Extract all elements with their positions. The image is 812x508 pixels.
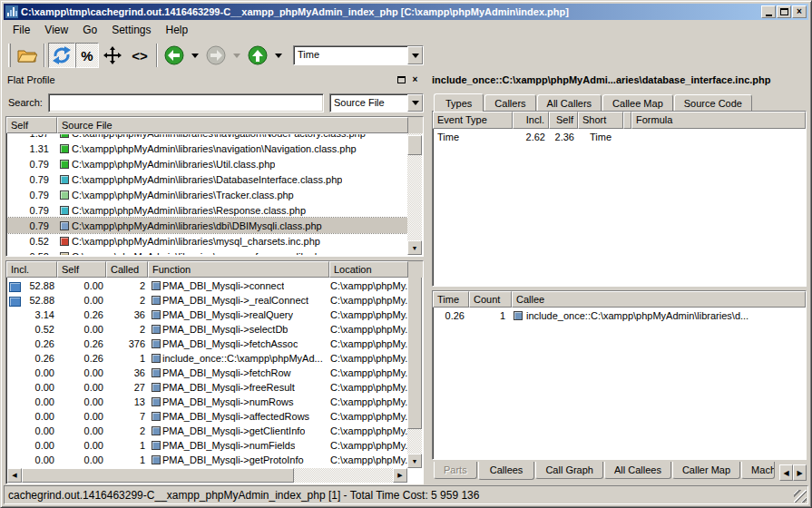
called-count-cell: 13: [107, 396, 149, 407]
scrollbar-thumb[interactable]: [407, 277, 422, 429]
event-type-row[interactable]: Time 2.62 2.36 Time: [433, 129, 806, 144]
source-file-row[interactable]: 0.79C:\xampp\phpMyAdmin\libraries\Util.c…: [7, 156, 407, 171]
source-file-row[interactable]: 0.79C:\xampp\phpMyAdmin\libraries\Respon…: [7, 202, 407, 218]
menu-view[interactable]: View: [37, 22, 75, 38]
combo-dropdown-icon[interactable]: [407, 94, 423, 112]
column-header-count[interactable]: Count: [469, 291, 512, 308]
up-dropdown-icon[interactable]: [275, 54, 282, 58]
source-file-row[interactable]: 1.37C:\xampp\phpMyAdmin\libraries\naviga…: [7, 134, 407, 141]
function-row[interactable]: 0.000.001PMA_DBI_Mysqli->getProtoInfoC:\…: [7, 453, 407, 467]
forward-button[interactable]: [202, 43, 230, 68]
dock-titlebar[interactable]: Flat Profile ×: [4, 71, 426, 88]
dock-close-button[interactable]: ×: [408, 73, 422, 85]
back-button[interactable]: [161, 43, 188, 68]
source-file-row[interactable]: 0.79C:\xampp\phpMyAdmin\libraries\Databa…: [7, 171, 407, 187]
tab-caller-map[interactable]: Caller Map: [672, 462, 740, 479]
column-header-time[interactable]: Time: [433, 291, 469, 308]
tab-all-callees[interactable]: All Callees: [604, 462, 671, 479]
scroll-down-button[interactable]: ▼: [407, 240, 422, 255]
tab-source-code[interactable]: Source Code: [674, 94, 752, 111]
resize-grip[interactable]: [794, 490, 807, 503]
up-button[interactable]: [244, 43, 271, 68]
function-name: PMA_DBI_Mysqli->affectedRows: [162, 411, 309, 422]
function-row[interactable]: 0.000.0027PMA_DBI_Mysqli->freeResultC:\x…: [7, 380, 407, 395]
callee-row[interactable]: 0.26 1 include_once::C:\xampp\phpMyAdmin…: [433, 308, 806, 323]
menu-go[interactable]: Go: [75, 22, 104, 38]
source-file-row[interactable]: 0.79C:\xampp\phpMyAdmin\libraries\dbi\DB…: [7, 218, 407, 233]
function-row[interactable]: 52.880.002PMA_DBI_Mysqli->connectC:\xamp…: [7, 278, 407, 293]
function-row[interactable]: 0.000.0036PMA_DBI_Mysqli->fetchRowC:\xam…: [7, 366, 407, 380]
scroll-down-button[interactable]: ▼: [407, 454, 422, 468]
function-row[interactable]: 3.140.2636PMA_DBI_Mysqli->realQueryC:\xa…: [7, 308, 407, 322]
minimize-button[interactable]: [761, 5, 776, 18]
scroll-right-button[interactable]: ▶: [393, 468, 407, 483]
function-row[interactable]: 0.260.26376PMA_DBI_Mysqli->fetchAssocC:\…: [7, 337, 407, 351]
tab-callee-map[interactable]: Callee Map: [602, 94, 673, 111]
column-header-callee[interactable]: Callee: [512, 291, 806, 308]
column-header-self[interactable]: Self: [6, 117, 57, 133]
function-row[interactable]: 0.000.002PMA_DBI_Mysqli->getClientInfoC:…: [7, 424, 407, 438]
tab-machine[interactable]: Machine: [741, 462, 775, 479]
tab-callees[interactable]: Callees: [478, 462, 535, 480]
column-header-self[interactable]: Self: [549, 112, 578, 129]
source-file-row[interactable]: 1.31C:\xampp\phpMyAdmin\libraries\naviga…: [7, 141, 407, 156]
tab-all-callers[interactable]: All Callers: [537, 94, 602, 111]
column-header-formula[interactable]: Formula: [631, 112, 806, 129]
scrollbar-track[interactable]: [407, 277, 422, 454]
relative-percent-button[interactable]: %: [75, 43, 99, 68]
toolbar-handle[interactable]: [8, 44, 11, 67]
scrollbar-track[interactable]: [407, 132, 422, 240]
function-row[interactable]: 0.520.002PMA_DBI_Mysqli->selectDbC:\xamp…: [7, 322, 407, 337]
vertical-scrollbar[interactable]: ▲ ▼: [407, 262, 422, 468]
function-row[interactable]: 0.000.001PMA_DBI_Mysqli->numFieldsC:\xam…: [7, 438, 407, 453]
column-header-short[interactable]: Short: [578, 112, 623, 129]
tab-types[interactable]: Types: [434, 93, 484, 112]
dock-float-button[interactable]: [395, 73, 408, 85]
back-dropdown-icon[interactable]: [191, 54, 199, 58]
function-row[interactable]: 52.880.002PMA_DBI_Mysqli->_realConnectC:…: [7, 293, 407, 308]
tab-call-graph[interactable]: Call Graph: [535, 462, 603, 479]
tab-scroll-right-button[interactable]: ▶: [793, 464, 807, 481]
function-row[interactable]: 0.000.0013PMA_DBI_Mysqli->numRowsC:\xamp…: [7, 395, 407, 409]
window-titlebar[interactable]: C:\xampp\tmp\cachegrind.out.1416463299-C…: [4, 4, 808, 20]
column-header-called[interactable]: Called: [106, 261, 148, 278]
event-type-selector[interactable]: Time: [293, 45, 424, 65]
tab-scroll-left-button[interactable]: ◀: [779, 464, 793, 481]
vertical-scrollbar[interactable]: ▲ ▼: [407, 118, 422, 255]
tab-callers[interactable]: Callers: [484, 94, 535, 111]
function-row[interactable]: 0.000.007PMA_DBI_Mysqli->affectedRowsC:\…: [7, 409, 407, 424]
combo-dropdown-icon[interactable]: [407, 46, 423, 64]
scrollbar-thumb[interactable]: [407, 135, 422, 155]
detect-cycles-button[interactable]: [48, 43, 75, 68]
tab-scroll-buttons: ◀ ▶: [779, 464, 807, 481]
source-file-row[interactable]: 0.52C:\xampp\phpMyAdmin\libraries\user_p…: [7, 249, 407, 255]
grouping-selector[interactable]: Source File: [329, 93, 424, 112]
close-button[interactable]: ×: [792, 5, 807, 18]
menu-settings[interactable]: Settings: [104, 22, 158, 38]
column-header-event-type[interactable]: Event Type: [433, 112, 513, 129]
column-header-self[interactable]: Self: [57, 261, 106, 278]
source-file-row[interactable]: 0.52C:\xampp\phpMyAdmin\libraries\mysql_…: [7, 233, 407, 249]
column-header-incl[interactable]: Incl.: [6, 261, 57, 278]
forward-dropdown-icon[interactable]: [233, 54, 240, 58]
function-row[interactable]: 0.260.261include_once::C:\xampp\phpMyAd.…: [7, 351, 407, 366]
column-header-function[interactable]: Function: [148, 261, 329, 278]
search-input[interactable]: [48, 93, 324, 112]
scrollbar-thumb[interactable]: [22, 468, 294, 483]
horizontal-scrollbar[interactable]: ◀ ▶: [7, 468, 407, 483]
open-file-button[interactable]: [14, 43, 41, 68]
called-count-cell: 36: [107, 367, 149, 378]
function-name: PMA_DBI_Mysqli->numFields: [162, 440, 295, 451]
expand-areas-button[interactable]: [99, 43, 126, 68]
menu-help[interactable]: Help: [159, 22, 196, 38]
column-header-incl[interactable]: Incl.: [513, 112, 549, 129]
column-header-location[interactable]: Location: [329, 261, 408, 278]
detail-panel: include_once::C:\xampp\phpMyAdmi...aries…: [430, 71, 808, 484]
source-file-row[interactable]: 0.79C:\xampp\phpMyAdmin\libraries\Tracke…: [7, 187, 407, 202]
swap-direction-button[interactable]: <>: [126, 43, 153, 68]
maximize-button[interactable]: [777, 5, 791, 18]
menu-file[interactable]: File: [5, 22, 37, 38]
function-cell: PMA_DBI_Mysqli->getClientInfo: [149, 425, 330, 436]
scroll-left-button[interactable]: ◀: [7, 468, 22, 483]
column-header-source-file[interactable]: Source File: [57, 117, 408, 133]
